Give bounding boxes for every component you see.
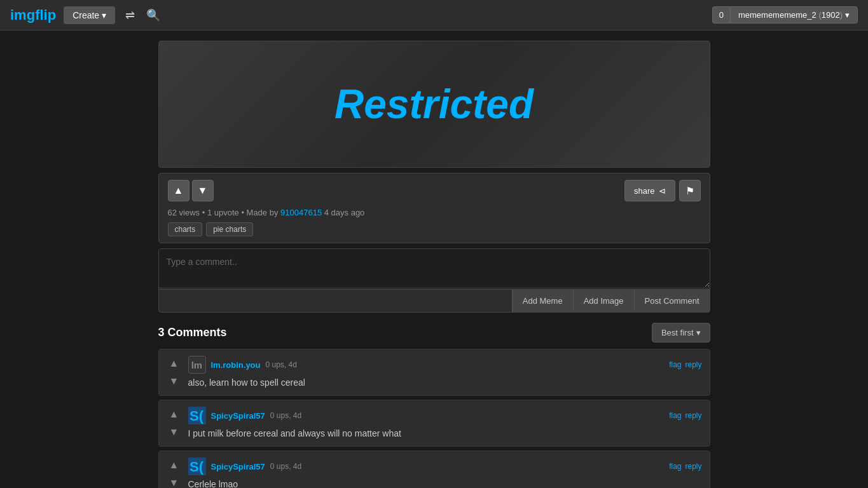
main-content: Restricted ▲ ▼ share ⊲ ⚑ 62 views • 1 up… — [148, 30, 720, 488]
comment-body-1: lm lm.robin.you 0 ups, 4d flag reply als… — [188, 356, 702, 388]
comment-flag-link-2[interactable]: flag — [669, 411, 681, 420]
svg-text:S(: S( — [189, 459, 204, 475]
comment-item: ▲ ▼ S( SpicySpiral57 0 ups, 4d flag r — [158, 451, 710, 488]
create-button[interactable]: Create ▾ — [64, 6, 115, 24]
comment-downvote-1[interactable]: ▼ — [167, 374, 182, 389]
logo-suffix: flip — [35, 7, 56, 23]
downvote-button[interactable]: ▼ — [192, 180, 214, 201]
logo[interactable]: imgflip — [10, 7, 56, 24]
comment-downvote-3[interactable]: ▼ — [167, 475, 182, 488]
comment-flag-reply-3: flag reply — [669, 462, 701, 471]
share-button[interactable]: share ⊲ — [624, 180, 675, 201]
comment-username-3[interactable]: SpicySpiral57 — [211, 462, 265, 471]
comment-username-2[interactable]: SpicySpiral57 — [211, 411, 265, 421]
create-chevron-icon: ▾ — [102, 10, 106, 20]
comment-body-3: S( SpicySpiral57 0 ups, 4d flag reply Ce… — [188, 458, 702, 488]
comment-meta-3: S( SpicySpiral57 0 ups, 4d flag reply — [188, 458, 702, 475]
logo-prefix: img — [10, 7, 35, 23]
comment-votes-2: ▲ ▼ — [167, 407, 182, 440]
comments-section: 3 Comments Best first ▾ ▲ ▼ lm — [158, 323, 710, 488]
comment-flag-reply-1: flag reply — [669, 360, 701, 369]
share-icon: ⊲ — [659, 186, 666, 196]
comment-upvote-2[interactable]: ▲ — [167, 407, 182, 422]
add-meme-button[interactable]: Add Meme — [512, 290, 573, 312]
comment-reply-link-2[interactable]: reply — [685, 411, 701, 420]
comment-text-1: also, learn how to spell cereal — [188, 377, 702, 388]
tag-pie-charts[interactable]: pie charts — [206, 222, 253, 236]
comments-count: 3 Comments — [158, 326, 227, 339]
comment-avatar-3: S( — [188, 458, 206, 475]
add-image-button[interactable]: Add Image — [573, 290, 634, 312]
comment-username-1[interactable]: lm.robin.you — [211, 360, 261, 370]
action-right-buttons: share ⊲ ⚑ — [624, 180, 701, 201]
share-label: share — [634, 186, 655, 196]
action-top-row: ▲ ▼ share ⊲ ⚑ — [168, 180, 701, 201]
comment-meta-1: lm lm.robin.you 0 ups, 4d flag reply — [188, 356, 702, 374]
time-ago: 4 days ago — [324, 208, 365, 217]
svg-text:lm: lm — [191, 360, 202, 370]
tag-charts[interactable]: charts — [168, 222, 203, 236]
svg-text:S(: S( — [189, 408, 204, 424]
comments-header: 3 Comments Best first ▾ — [158, 323, 710, 342]
comment-ups-time-1: 0 ups, 4d — [266, 360, 297, 369]
comment-flag-link-3[interactable]: flag — [669, 462, 681, 471]
comment-avatar-1: lm — [188, 356, 206, 374]
comment-item: ▲ ▼ S( SpicySpiral57 0 ups, 4d flag r — [158, 400, 710, 447]
meme-title: Restricted — [334, 81, 534, 128]
user-chevron-icon: ▾ — [845, 10, 850, 20]
notification-badge: 0 — [712, 6, 730, 24]
comment-body-2: S( SpicySpiral57 0 ups, 4d flag reply I … — [188, 407, 702, 438]
comment-text-3: Cerlele lmao — [188, 479, 702, 488]
upvote-button[interactable]: ▲ — [168, 180, 189, 201]
header-right: 0 memememememe_2 (1902) ▾ — [712, 6, 858, 24]
comment-flag-reply-2: flag reply — [669, 411, 701, 420]
upvote-count: 1 upvote — [207, 208, 239, 217]
comment-flag-link-1[interactable]: flag — [669, 360, 681, 369]
vote-buttons: ▲ ▼ — [168, 180, 214, 201]
author-link[interactable]: 910047615 — [280, 208, 322, 217]
user-menu-button[interactable]: memememememe_2 (1902) ▾ — [730, 6, 858, 24]
comment-action-buttons: Add Meme Add Image Post Comment — [159, 289, 710, 312]
sort-chevron-icon: ▾ — [696, 328, 701, 337]
comment-item: ▲ ▼ lm lm.robin.you 0 ups, 4d flag re — [158, 349, 710, 396]
comment-avatar-2: S( — [188, 407, 206, 424]
shuffle-button[interactable]: ⇌ — [123, 6, 137, 25]
comment-downvote-2[interactable]: ▼ — [167, 424, 182, 440]
comment-meta-2: S( SpicySpiral57 0 ups, 4d flag reply — [188, 407, 702, 424]
view-count: 62 views — [168, 208, 200, 217]
comment-upvote-1[interactable]: ▲ — [167, 356, 182, 371]
username-label: memememememe_2 (1902) — [738, 10, 843, 20]
comment-reply-link-1[interactable]: reply — [685, 360, 701, 369]
post-comment-button[interactable]: Post Comment — [634, 290, 710, 312]
sort-label: Best first — [661, 328, 694, 337]
comment-ups-time-3: 0 ups, 4d — [270, 462, 301, 471]
header-icons: ⇌ 🔍 — [123, 6, 163, 25]
flag-button[interactable]: ⚑ — [679, 180, 701, 201]
comment-reply-link-3[interactable]: reply — [685, 462, 701, 471]
tags-container: charts pie charts — [168, 222, 701, 236]
header: imgflip Create ▾ ⇌ 🔍 0 memememememe_2 (1… — [0, 0, 868, 30]
comment-upvote-3[interactable]: ▲ — [167, 458, 182, 473]
comment-ups-time-2: 0 ups, 4d — [270, 411, 301, 420]
comment-text-2: I put milk before cereal and always will… — [188, 428, 702, 438]
search-button[interactable]: 🔍 — [144, 6, 163, 25]
sort-button[interactable]: Best first ▾ — [652, 323, 710, 342]
meta-line: 62 views • 1 upvote • Made by 910047615 … — [168, 208, 701, 217]
meme-image-container: Restricted — [158, 41, 710, 168]
flag-icon: ⚑ — [685, 185, 694, 197]
made-by-label: Made by — [247, 208, 279, 217]
comment-votes-3: ▲ ▼ — [167, 458, 182, 488]
action-bar: ▲ ▼ share ⊲ ⚑ 62 views • 1 upvote • Made… — [158, 173, 710, 243]
create-label: Create — [72, 10, 99, 20]
comment-votes-1: ▲ ▼ — [167, 356, 182, 389]
comment-box: Add Meme Add Image Post Comment — [158, 248, 710, 313]
comment-textarea[interactable] — [159, 249, 710, 287]
